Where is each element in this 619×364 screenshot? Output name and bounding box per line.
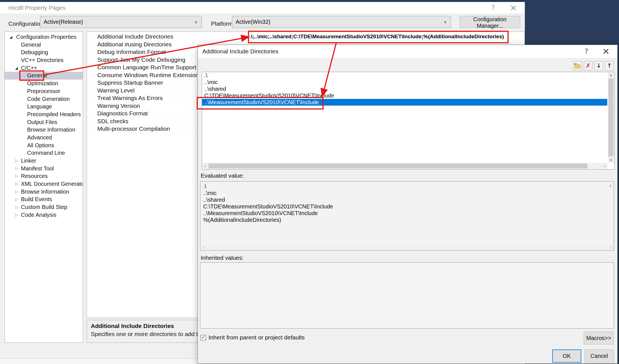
delete-button[interactable]: ✗ — [584, 61, 592, 70]
directory-item[interactable]: ..\shared — [202, 85, 607, 92]
tree-item-browse-information[interactable]: Browse Information — [5, 126, 83, 134]
tree-collapsed-icon[interactable]: ▷ — [15, 196, 18, 203]
new-folder-icon: * — [575, 65, 580, 68]
new-star-icon: * — [574, 61, 577, 68]
scroll-left-icon[interactable]: ‹ — [201, 245, 206, 250]
platform-dropdown[interactable]: Active(Win32) ∨ — [232, 16, 451, 28]
tree-collapsed-icon[interactable]: ▷ — [15, 188, 18, 196]
tree-item-output-files[interactable]: Output Files — [5, 118, 83, 126]
scrollbar-thumb[interactable] — [608, 78, 613, 156]
tree-item-all-options[interactable]: All Options — [5, 142, 83, 149]
property-value[interactable]: .\;..\mic;..\shared;C:\TDE\MeasurementSt… — [250, 33, 505, 41]
tree-item-xml-document-generator[interactable]: ▷XML Document Generator — [5, 180, 83, 188]
tree-item-ccpp-general[interactable]: General — [5, 72, 83, 80]
move-up-button[interactable]: ↑ — [605, 61, 614, 70]
inherit-checkbox-label: Inherit from parent or project defaults — [208, 334, 305, 341]
dialog-title: Additional Include Directories — [202, 48, 278, 55]
evaluated-line: ..\MeasurementStudioVS2010\VCNET\Include — [200, 210, 614, 217]
tree-item-custom-build-step[interactable]: ▷Custom Build Step — [5, 203, 83, 211]
delete-x-icon: ✗ — [585, 63, 591, 69]
dialog-help-icon[interactable]: ? — [585, 47, 588, 55]
tree-expanded-icon[interactable]: ◢ — [15, 64, 18, 72]
ok-button[interactable]: OK — [552, 349, 581, 363]
property-row[interactable]: Additional Include Directories.\;..\mic;… — [87, 33, 525, 41]
tree-item-code-generation[interactable]: Code Generation — [5, 95, 83, 103]
tree-item-precompiled-headers[interactable]: Precompiled Headers — [5, 111, 83, 118]
configuration-dropdown[interactable]: Active(Release) ∨ — [40, 16, 202, 28]
arrow-up-icon: ↑ — [607, 63, 612, 69]
tree-item-advanced[interactable]: Advanced — [5, 134, 83, 142]
tree-collapsed-icon[interactable]: ▷ — [15, 157, 18, 165]
evaluated-value-box: .\ ..\mic ..\shared C:\TDE\MeasurementSt… — [200, 181, 614, 251]
dialog-titlebar: Additional Include Directories ? × — [198, 45, 617, 58]
tree-item-language[interactable]: Language — [5, 103, 83, 111]
scroll-left-icon[interactable]: ‹ — [202, 163, 208, 169]
arrow-down-icon: ↓ — [596, 63, 601, 69]
directory-item[interactable]: .\ — [202, 72, 607, 79]
tree-collapsed-icon[interactable]: ▷ — [15, 165, 18, 173]
horizontal-scrollbar[interactable]: ‹ › — [202, 163, 608, 169]
configuration-manager-button[interactable]: Configuration Manager... — [460, 16, 520, 28]
evaluated-line: ..\mic — [200, 190, 614, 196]
dialog-close-icon[interactable]: × — [602, 46, 610, 56]
vertical-scrollbar[interactable]: ∧ ∨ — [608, 72, 614, 163]
directory-item[interactable]: C:\TDE\MeasurementStudioVS2010\VCNET\Inc… — [202, 92, 607, 99]
directories-list: .\ ..\mic ..\shared C:\TDE\MeasurementSt… — [202, 72, 615, 170]
tree-collapsed-icon[interactable]: ▷ — [15, 172, 18, 180]
inherited-values-box — [200, 262, 614, 329]
scroll-right-icon[interactable]: › — [608, 245, 613, 250]
evaluated-line: ..\shared — [200, 196, 614, 203]
check-icon: ✓ — [201, 335, 205, 340]
additional-include-directories-dialog: Additional Include Directories ? × * ✗ ↓… — [198, 45, 618, 364]
tree-item-c-cpp[interactable]: ◢C/C++ — [5, 64, 83, 72]
tree-item-build-events[interactable]: ▷Build Events — [5, 196, 83, 203]
evaluated-line: C:\TDE\MeasurementStudioVS2010\VCNET\Inc… — [200, 203, 614, 210]
tree-collapsed-icon[interactable]: ▷ — [15, 180, 18, 188]
tree-item-debugging[interactable]: Debugging — [5, 49, 83, 56]
scroll-down-icon[interactable]: ∨ — [608, 157, 614, 163]
tree-collapsed-icon[interactable]: ▷ — [15, 211, 18, 219]
inherit-checkbox[interactable]: ✓ Inherit from parent or project default… — [201, 334, 305, 341]
macros-button[interactable]: Macros>> — [584, 332, 614, 344]
inherited-values-label: Inherited values: — [201, 254, 244, 261]
screen: micdll Property Pages ? × Configuration:… — [0, 0, 619, 364]
tree-item-browse-information-2[interactable]: ▷Browse Information — [5, 188, 83, 196]
evaluated-value-label: Evaluated value: — [201, 172, 244, 179]
cancel-button[interactable]: Cancel — [585, 349, 614, 363]
chevron-down-icon: ∨ — [194, 16, 198, 28]
evaluated-line: %(AdditionalIncludeDirectories) — [200, 217, 614, 223]
tree-collapsed-icon[interactable]: ▷ — [15, 203, 18, 211]
move-down-button[interactable]: ↓ — [594, 61, 603, 70]
configuration-tree: ◢Configuration Properties General Debugg… — [4, 32, 83, 343]
platform-value: Active(Win32) — [236, 16, 270, 28]
scroll-up-icon[interactable]: ∧ — [608, 72, 614, 78]
scroll-right-icon[interactable]: › — [602, 163, 608, 169]
tree-item-configuration-properties[interactable]: ◢Configuration Properties — [5, 33, 83, 41]
description-title: Additional Include Directories — [91, 323, 174, 329]
directory-item[interactable]: ..\mic — [202, 79, 607, 85]
tree-item-manifest-tool[interactable]: ▷Manifest Tool — [5, 165, 83, 173]
tree-item-preprocessor[interactable]: Preprocessor — [5, 87, 83, 95]
evaluated-line: .\ — [200, 183, 614, 190]
tree-item-general[interactable]: General — [5, 41, 83, 49]
scroll-up-icon[interactable]: ∧ — [609, 183, 612, 188]
horizontal-scrollbar[interactable]: ‹ › — [201, 244, 613, 250]
tree-item-linker[interactable]: ▷Linker — [5, 157, 83, 165]
window-close-icon[interactable]: × — [510, 3, 517, 13]
tree-item-vc-directories[interactable]: VC++ Directories — [5, 56, 83, 64]
tree-expanded-icon[interactable]: ◢ — [10, 33, 12, 41]
scrollbar-thumb[interactable] — [208, 163, 587, 168]
tree-item-code-analysis[interactable]: ▷Code Analysis — [5, 211, 83, 219]
checkbox-icon[interactable]: ✓ — [201, 335, 206, 340]
tree-item-resources[interactable]: ▷Resources — [5, 172, 83, 180]
configuration-label: Configuration: — [8, 20, 45, 27]
platform-label: Platform: — [211, 20, 234, 27]
chevron-down-icon: ∨ — [444, 16, 447, 28]
configuration-value: Active(Release) — [44, 16, 83, 28]
directory-item-selected[interactable]: ..\MeasurementStudioVS2010\VCNET\Include — [202, 99, 607, 106]
window-help-icon[interactable]: ? — [491, 4, 495, 12]
window-title: micdll Property Pages — [8, 4, 65, 11]
tree-item-optimization[interactable]: Optimization — [5, 80, 83, 87]
tree-item-command-line[interactable]: Command Line — [5, 149, 83, 157]
new-line-button[interactable]: * — [573, 61, 582, 70]
